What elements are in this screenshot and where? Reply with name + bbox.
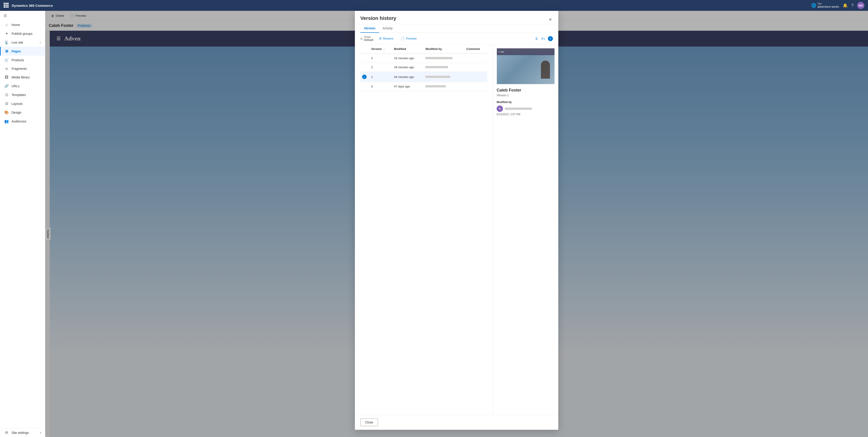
sidebar-item-label: Media library [11, 75, 30, 79]
sidebar-item-publish-groups[interactable]: ✦ Publish groups [0, 29, 45, 38]
sidebar-item-label: Publish groups [11, 32, 33, 35]
modal-overlay: Version history ✕ Version Activity ◎ Tar… [45, 11, 309, 174]
sidebar-item-fragments[interactable]: ⧈ Fragments [0, 64, 45, 73]
sidebar-item-label: URLs [11, 84, 20, 88]
sidebar-item-label: Home [11, 23, 20, 27]
audiences-icon: 👥 [4, 119, 9, 123]
sidebar-item-templates[interactable]: ⊡ Templates [0, 90, 45, 99]
app-name: Dynamics 365 Commerce [12, 4, 309, 7]
app-grid-icon[interactable] [4, 3, 9, 8]
sidebar-item-label: Layouts [11, 102, 23, 105]
live-site-icon: 📡 [4, 40, 9, 44]
products-icon: 🛒 [4, 58, 9, 62]
sidebar-item-media-library[interactable]: 🖼 Media library [0, 73, 45, 82]
pages-icon: ⊞ [4, 49, 9, 53]
sidebar-toggle[interactable]: ☰ [0, 11, 45, 21]
media-library-icon: 🖼 [4, 75, 9, 79]
sidebar-item-label: Design [11, 111, 22, 114]
publish-groups-icon: ✦ [4, 31, 9, 36]
home-icon: ⌂ [4, 23, 9, 27]
top-nav: Dynamics 365 Commerce 🌐 Site adventure w… [0, 0, 309, 11]
sidebar-item-design[interactable]: 🎨 Design [0, 108, 45, 117]
sidebar-item-label: Live site [11, 41, 23, 44]
sidebar-item-urls[interactable]: 🔗 URLs [0, 82, 45, 90]
sidebar-item-label: Audiences [11, 120, 26, 123]
sidebar-item-layouts[interactable]: ⊟ Layouts [0, 99, 45, 108]
layouts-icon: ⊟ [4, 101, 9, 106]
sidebar-item-label: Templates [11, 93, 26, 97]
sidebar-item-pages[interactable]: ⊞ Pages [0, 47, 45, 56]
urls-icon: 🔗 [4, 84, 9, 88]
design-icon: 🎨 [4, 110, 9, 115]
sidebar-item-home[interactable]: ⌂ Home [0, 21, 45, 29]
fragments-icon: ⧈ [4, 67, 9, 71]
sidebar-item-products[interactable]: 🛒 Products [0, 56, 45, 64]
sidebar-item-label: Products [11, 58, 24, 62]
sidebar-item-label: Pages [11, 50, 21, 53]
chevron-icon: ◇ [39, 41, 41, 43]
sidebar-item-label: Fragments [11, 67, 27, 70]
sidebar: ☰ ⌂ Home ✦ Publish groups 📡 Live site ◇ … [0, 11, 45, 174]
sidebar-item-audiences[interactable]: 👥 Audiences [0, 117, 45, 126]
templates-icon: ⊡ [4, 93, 9, 97]
sidebar-item-live-site[interactable]: 📡 Live site ◇ [0, 38, 45, 47]
